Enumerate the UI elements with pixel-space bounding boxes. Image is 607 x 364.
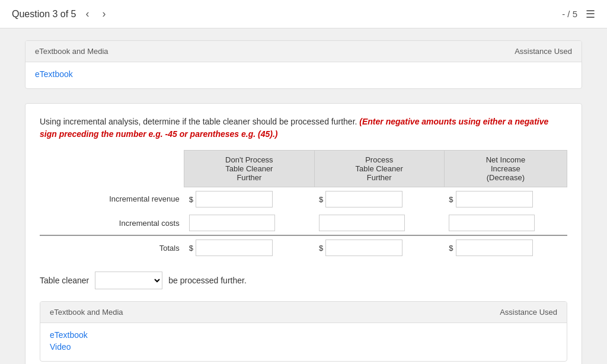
incremental-revenue-label: Incremental revenue bbox=[40, 187, 184, 212]
incremental-revenue-net-input[interactable] bbox=[456, 191, 533, 207]
first-etextbook-body: eTextbook bbox=[25, 62, 582, 88]
col-net-line2: Increase bbox=[491, 164, 520, 173]
incremental-costs-net-input[interactable] bbox=[449, 215, 535, 231]
col-dont-line1: Don't Process bbox=[225, 155, 273, 164]
incremental-revenue-dont-cell: $ bbox=[184, 187, 314, 212]
col-process-line1: Process bbox=[365, 155, 393, 164]
score-label: - / 5 bbox=[562, 9, 577, 19]
dollar-sign-1: $ bbox=[189, 195, 193, 204]
col-net-line1: Net Income bbox=[486, 155, 525, 164]
incremental-revenue-process-cell: $ bbox=[314, 187, 444, 212]
dropdown-row: Table cleaner shouldshould not be proces… bbox=[40, 272, 567, 289]
top-bar-right: - / 5 ☰ bbox=[562, 8, 595, 21]
page-content: eTextbook and Media Assistance Used eTex… bbox=[13, 28, 594, 364]
col-process-header: Process Table Cleaner Further bbox=[314, 151, 444, 187]
incremental-costs-process-cell bbox=[314, 211, 444, 235]
dropdown-suffix: be processed further. bbox=[168, 276, 247, 285]
first-etextbook-bar-label: eTextbook and Media bbox=[35, 47, 108, 56]
dollar-sign-5: $ bbox=[319, 244, 323, 253]
second-etextbook-card: eTextbook and Media Assistance Used eTex… bbox=[40, 301, 567, 362]
next-arrow-button[interactable]: › bbox=[99, 5, 110, 23]
col-process-line2: Table Cleaner bbox=[356, 164, 403, 173]
dollar-sign-4: $ bbox=[189, 244, 193, 253]
incremental-costs-label: Incremental costs bbox=[40, 211, 184, 235]
second-etextbook-link[interactable]: eTextbook bbox=[50, 330, 557, 340]
totals-dont-input[interactable] bbox=[196, 240, 273, 256]
col-net-line3: (Decrease) bbox=[487, 173, 525, 182]
analysis-card: Using incremental analysis, determine if… bbox=[25, 103, 582, 364]
dollar-sign-2: $ bbox=[319, 195, 323, 204]
second-assistance-used-label: Assistance Used bbox=[500, 308, 557, 317]
second-etextbook-bar: eTextbook and Media Assistance Used bbox=[40, 302, 567, 323]
incremental-costs-dont-input[interactable] bbox=[189, 215, 275, 231]
col-dont-line3: Further bbox=[237, 173, 261, 182]
dollar-sign-3: $ bbox=[449, 195, 453, 204]
first-etextbook-link[interactable]: eTextbook bbox=[35, 69, 572, 79]
list-icon[interactable]: ☰ bbox=[586, 8, 595, 21]
col-dont-header: Don't Process Table Cleaner Further bbox=[184, 151, 314, 187]
prev-arrow-button[interactable]: ‹ bbox=[82, 5, 93, 23]
process-select[interactable]: shouldshould not bbox=[95, 272, 162, 289]
totals-row: Totals $ $ bbox=[40, 235, 567, 260]
incremental-costs-row: Incremental costs bbox=[40, 211, 567, 235]
incremental-revenue-dont-input[interactable] bbox=[196, 191, 273, 207]
second-etextbook-body: eTextbook Video bbox=[40, 323, 567, 361]
first-etextbook-card: eTextbook and Media Assistance Used eTex… bbox=[25, 40, 582, 89]
incremental-revenue-process-input[interactable] bbox=[325, 191, 402, 207]
instruction-text: Using incremental analysis, determine if… bbox=[40, 116, 567, 141]
instruction-plain: Using incremental analysis, determine if… bbox=[40, 117, 357, 126]
incremental-revenue-net-cell: $ bbox=[444, 187, 567, 212]
top-bar-left: Question 3 of 5 ‹ › bbox=[12, 5, 110, 23]
second-video-link[interactable]: Video bbox=[50, 342, 557, 352]
totals-process-input[interactable] bbox=[325, 240, 402, 256]
question-label: Question 3 of 5 bbox=[12, 9, 76, 20]
dollar-sign-6: $ bbox=[449, 244, 453, 253]
incremental-revenue-row: Incremental revenue $ $ bbox=[40, 187, 567, 212]
incremental-costs-net-cell bbox=[444, 211, 567, 235]
top-bar: Question 3 of 5 ‹ › - / 5 ☰ bbox=[0, 0, 607, 28]
second-etextbook-bar-label: eTextbook and Media bbox=[50, 308, 123, 317]
col-net-header: Net Income Increase (Decrease) bbox=[444, 151, 567, 187]
col-dont-line2: Table Cleaner bbox=[225, 164, 273, 173]
first-assistance-used-label: Assistance Used bbox=[515, 47, 572, 56]
totals-net-input[interactable] bbox=[456, 240, 533, 256]
totals-net-cell: $ bbox=[444, 235, 567, 260]
totals-dont-cell: $ bbox=[184, 235, 314, 260]
analysis-table: Don't Process Table Cleaner Further Proc… bbox=[40, 150, 567, 260]
totals-process-cell: $ bbox=[314, 235, 444, 260]
incremental-costs-dont-cell bbox=[184, 211, 314, 235]
totals-label: Totals bbox=[40, 235, 184, 260]
col-process-line3: Further bbox=[367, 173, 392, 182]
dropdown-prefix: Table cleaner bbox=[40, 276, 89, 285]
incremental-costs-process-input[interactable] bbox=[319, 215, 405, 231]
empty-header bbox=[40, 151, 184, 187]
first-etextbook-bar: eTextbook and Media Assistance Used bbox=[25, 41, 582, 62]
